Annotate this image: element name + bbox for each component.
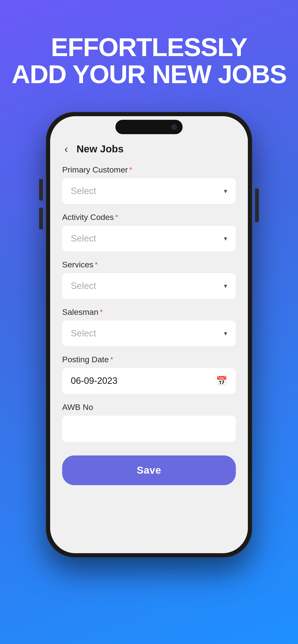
volume-up-button (39, 179, 43, 200)
required-star: * (115, 213, 118, 221)
salesman-dropdown-icon: ▾ (224, 330, 227, 337)
activity-codes-group: Activity Codes * Select ▾ (62, 212, 236, 251)
phone-screen: ‹ New Jobs Primary Customer * Select ▾ (50, 116, 248, 553)
posting-date-label: Posting Date * (62, 355, 236, 364)
hero-section: EFFORTLESSLY ADD YOUR NEW JOBS (12, 34, 286, 88)
phone-shell: ‹ New Jobs Primary Customer * Select ▾ (46, 112, 252, 558)
awb-no-label: AWB No (62, 402, 236, 412)
phone-mockup: ‹ New Jobs Primary Customer * Select ▾ (46, 112, 252, 558)
activity-codes-select[interactable]: Select ▾ (62, 226, 236, 251)
awb-no-group: AWB No (62, 402, 236, 442)
salesman-label: Salesman * (62, 308, 236, 317)
required-star: * (100, 308, 103, 316)
posting-date-field[interactable]: 06-09-2023 📅 (62, 368, 236, 394)
salesman-select[interactable]: Select ▾ (62, 320, 236, 346)
nav-header: ‹ New Jobs (50, 138, 248, 160)
primary-customer-placeholder: Select (71, 186, 96, 196)
primary-customer-group: Primary Customer * Select ▾ (62, 165, 236, 204)
hero-line2: ADD YOUR NEW JOBS (12, 60, 286, 88)
back-chevron-icon: ‹ (65, 144, 68, 154)
form-content: Primary Customer * Select ▾ Activity Cod… (50, 160, 248, 553)
services-dropdown-icon: ▾ (224, 282, 227, 290)
primary-customer-select[interactable]: Select ▾ (62, 178, 236, 204)
calendar-icon: 📅 (216, 376, 227, 386)
primary-customer-dropdown-icon: ▾ (224, 187, 227, 195)
camera-dot (172, 124, 177, 130)
activity-codes-dropdown-icon: ▾ (224, 234, 227, 242)
salesman-group: Salesman * Select ▾ (62, 308, 236, 346)
posting-date-group: Posting Date * 06-09-2023 📅 (62, 355, 236, 394)
required-star: * (129, 166, 132, 174)
hero-line1: EFFORTLESSLY (12, 34, 286, 60)
salesman-placeholder: Select (71, 328, 96, 338)
notch-area (50, 116, 248, 138)
dynamic-island (115, 120, 183, 134)
services-group: Services * Select ▾ (62, 260, 236, 299)
back-button[interactable]: ‹ (60, 142, 73, 156)
page-title: New Jobs (77, 143, 123, 155)
awb-no-input[interactable] (62, 416, 236, 442)
volume-down-button (39, 208, 43, 229)
services-label: Services * (62, 260, 236, 269)
services-placeholder: Select (71, 281, 96, 291)
save-button[interactable]: Save (62, 456, 236, 485)
power-button (255, 188, 259, 222)
posting-date-value: 06-09-2023 (71, 376, 117, 386)
primary-customer-label: Primary Customer * (62, 165, 236, 174)
activity-codes-placeholder: Select (71, 233, 96, 244)
required-star: * (95, 260, 98, 268)
activity-codes-label: Activity Codes * (62, 212, 236, 222)
services-select[interactable]: Select ▾ (62, 273, 236, 299)
required-star: * (110, 355, 113, 364)
